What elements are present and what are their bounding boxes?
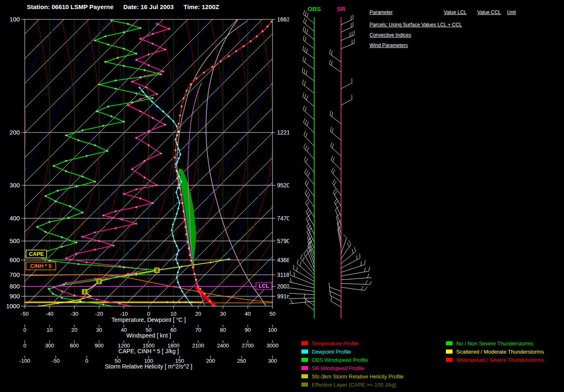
profile-legend-item: Temperature Profile: [301, 339, 404, 347]
axis-tick-label: 0: [23, 342, 26, 349]
pressure-label: 200: [9, 129, 20, 136]
axis-tick-label: 60: [171, 327, 176, 333]
wind-barb: [289, 293, 314, 295]
wind-barb-columns: OBSSR: [289, 0, 372, 392]
svg-text:CAPE: CAPE: [29, 251, 44, 257]
legend-label: Sfc-3km Storm Relative Helicity Profile: [312, 373, 404, 380]
legend-swatch: [446, 341, 453, 345]
axis-tick-label: 30: [96, 327, 102, 333]
legend-swatch: [301, 349, 308, 354]
mixing-ratio-line: [0, 19, 9, 306]
isotherm-line: [0, 19, 163, 306]
axis-tick-label: 900: [95, 342, 104, 349]
legend-swatch: [446, 349, 453, 354]
axis-tick-label: 10: [171, 311, 176, 317]
profile-legend-item: Sfc-3km Storm Relative Helicity Profile: [301, 372, 404, 380]
dry-adiabat-line: [198, 19, 273, 306]
profile-legend-item: OBS Windspeed Profile: [301, 356, 404, 364]
pressure-label: 500: [9, 237, 20, 244]
wind-barb: [341, 238, 347, 253]
pressure-label: 600: [9, 256, 20, 263]
axis-tick-label: 20: [195, 311, 201, 317]
legend-swatch: [301, 358, 308, 362]
legend-label: Effective Layer (CAPE >= 100 J/kg): [312, 382, 396, 388]
pressure-label: 1000: [6, 302, 20, 309]
isotherm-line: [173, 19, 289, 306]
section-title: Convective Indices: [367, 29, 564, 40]
table-header-row: Parameter Value LCL Value CCL Unit: [367, 9, 564, 19]
axis-tick-label: 300: [45, 342, 54, 349]
wind-barb: [336, 217, 341, 234]
axis-title: Storm Relative Helicity [ m^2/s^2 ]: [105, 363, 192, 370]
axis-tick-label: 200: [206, 358, 215, 364]
wind-barb: [341, 271, 369, 276]
legend-label: Temperature Profile: [312, 340, 358, 347]
app-window: Station: 06610 LSMP Payerne Date: 16 Jul…: [0, 0, 564, 392]
axis-tick-label: 100: [268, 327, 277, 333]
threat-legend-item: Scattered / Moderate Thunderstorms: [446, 347, 544, 356]
axis-tick-label: 2100: [192, 342, 204, 349]
col-unit: Unit: [507, 9, 516, 16]
table-body: Parcels: Using Surface Values LCL + CCLC…: [367, 19, 564, 50]
threat-legend: No / Non Severe ThunderstormsScattered /…: [446, 339, 544, 364]
legend-label: Widespread / Severe Thunderstorms: [456, 357, 544, 363]
srh-profile: [26, 259, 229, 309]
wind-barb: [329, 287, 341, 291]
axis-tick-label: 30: [220, 311, 226, 317]
pressure-label: 900: [9, 293, 20, 300]
wind-barb: [341, 287, 365, 290]
dry-adiabat-line: [124, 19, 199, 306]
height-label: 3118m: [277, 272, 289, 278]
pressure-label: 100: [9, 16, 20, 23]
axis-tick-label: 90: [245, 327, 251, 333]
legend-label: SR Windspeed Profile: [312, 365, 364, 371]
height-label: 9520m: [277, 182, 289, 189]
wind-barb: [289, 298, 314, 299]
threat-legend-item: Widespread / Severe Thunderstorms: [446, 356, 544, 364]
dry-adiabat-line: [99, 19, 174, 306]
height-label: 12210m: [277, 129, 289, 136]
axis-tick-label: 70: [195, 327, 201, 333]
legend-label: OBS Windspeed Profile: [312, 357, 368, 363]
dry-adiabat-line: [149, 19, 224, 306]
threat-legend-item: No / Non Severe Thunderstorms: [446, 339, 544, 347]
sr-windspeed-profile: [54, 24, 169, 309]
svg-text:3: 3: [156, 268, 158, 273]
col-parameter: Parameter: [370, 9, 393, 16]
col-value-ccl: Value CCL: [469, 9, 501, 16]
dry-adiabat-line: [74, 19, 149, 306]
parameter-table: Parameter Value LCL Value CCL Unit Parce…: [367, 9, 564, 50]
wind-barb: [291, 275, 314, 285]
axis-tick-label: 50: [270, 311, 275, 317]
axis-tick-label: -20: [95, 311, 103, 317]
profile-legend-item: Effective Layer (CAPE >= 100 J/kg): [301, 380, 404, 389]
axis-title: Temperature, Dewpoint [ °C ]: [111, 316, 186, 323]
legend-swatch: [301, 374, 308, 378]
legend-swatch: [446, 358, 453, 362]
axis-title: Windspeed [ knt ]: [126, 332, 171, 339]
wind-barb: [289, 281, 314, 288]
pressure-label: 300: [9, 182, 20, 189]
height-label: 7470m: [277, 215, 289, 222]
profile-legend-item: Dewpoint Profile: [301, 347, 404, 356]
legend-swatch: [301, 383, 308, 387]
section-title: Wind Parameters: [367, 40, 564, 50]
pressure-label: 800: [9, 283, 20, 290]
axis-tick-label: 0: [23, 327, 26, 333]
wind-barb: [289, 287, 314, 291]
wind-barb: [341, 99, 352, 105]
dry-adiabat-line: [173, 19, 249, 306]
pressure-label: 700: [9, 271, 20, 278]
legend-swatch: [301, 366, 308, 370]
axis-tick-label: 2400: [217, 342, 229, 349]
section-title: Parcels: Using Surface Values LCL + CCL: [367, 19, 564, 29]
isotherm-line: [50, 19, 289, 306]
skewt-chart: 123CAPECINH * 5LCL1002003004005006007008…: [0, 0, 289, 392]
legend-label: Dewpoint Profile: [312, 349, 351, 355]
height-label: 2003m: [277, 283, 289, 290]
dry-adiabat-line: [0, 19, 1, 306]
axis-title: CAPE, CINH * 5 [ J/kg ]: [118, 348, 179, 354]
legend-label: Scattered / Moderate Thunderstorms: [456, 349, 544, 355]
svg-text:2: 2: [98, 279, 100, 284]
wind-barb: [331, 301, 341, 307]
